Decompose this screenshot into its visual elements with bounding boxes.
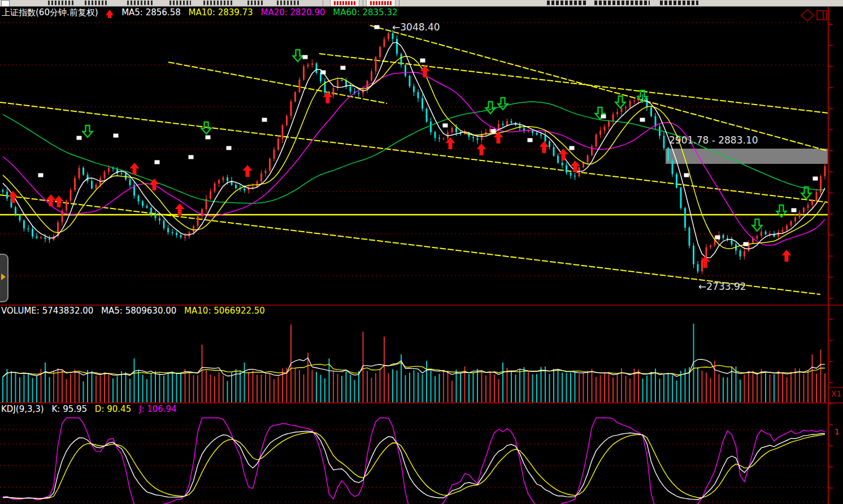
volume-bar	[303, 375, 305, 403]
volume-bar	[273, 379, 275, 403]
candle-body	[650, 107, 652, 116]
volume-bar	[134, 358, 135, 403]
volume-bar	[388, 373, 389, 403]
buy-signal-arrow-icon	[477, 144, 486, 155]
candle-body	[540, 134, 542, 136]
volume-bar	[206, 371, 207, 403]
sell-signal-arrow-icon	[293, 50, 303, 62]
volume-bar	[770, 375, 771, 403]
volume-bar	[350, 375, 351, 403]
pivot-square-marker	[528, 138, 533, 142]
volume-bar	[100, 376, 101, 403]
volume-bar	[117, 376, 118, 403]
volume-bar	[53, 371, 54, 403]
candle-body	[740, 250, 741, 256]
volume-bar	[803, 374, 805, 403]
candle-body	[608, 121, 610, 127]
volume-bar	[307, 353, 308, 403]
candle-body	[311, 63, 313, 64]
candle-body	[511, 121, 512, 123]
pivot-square-marker	[321, 71, 326, 75]
volume-bar	[62, 370, 63, 403]
candle-body	[235, 185, 237, 188]
candle-body	[260, 173, 262, 182]
volume-bar	[617, 374, 618, 403]
volume-bar	[566, 373, 567, 403]
volume-bar	[744, 375, 745, 403]
candle-body	[316, 63, 318, 73]
candle-body	[693, 246, 694, 264]
candle-body	[502, 124, 504, 125]
candle-body	[566, 166, 567, 173]
candle-body	[587, 155, 589, 162]
volume-bar	[24, 375, 25, 403]
buy-signal-arrow-icon	[559, 149, 568, 160]
candle-body	[40, 237, 42, 238]
pivot-square-marker	[491, 129, 496, 133]
volume-bar	[320, 375, 321, 403]
volume-bar	[456, 370, 457, 403]
candle-body	[396, 39, 398, 54]
pivot-square-marker	[715, 236, 720, 240]
candle-body	[375, 57, 377, 71]
diamond-icon[interactable]	[801, 10, 814, 21]
candle-body	[121, 173, 123, 175]
volume-bar	[70, 374, 71, 403]
volume-bar	[28, 373, 29, 403]
candle-body	[282, 125, 284, 139]
sell-signal-arrow-icon	[498, 98, 508, 110]
candle-body	[672, 161, 673, 174]
volume-bar	[672, 375, 673, 403]
volume-bar	[185, 369, 186, 403]
volume-bar	[570, 372, 571, 403]
volume-bar	[422, 374, 423, 403]
kdj-j-line	[3, 418, 825, 504]
chart-canvas[interactable]	[0, 0, 843, 504]
candle-body	[498, 124, 499, 128]
volume-bar	[104, 372, 105, 403]
volume-bar	[380, 368, 381, 403]
volume-bar	[790, 372, 792, 403]
volume-bar	[778, 371, 779, 403]
volume-bar	[434, 376, 436, 403]
candle-body	[82, 168, 84, 175]
volume-bar	[227, 381, 228, 403]
sidebar-flyout-handle[interactable]	[0, 254, 8, 302]
volume-bar	[710, 378, 711, 403]
pivot-square-marker	[155, 160, 160, 164]
ma20-value: MA20: 2820.90	[260, 7, 325, 18]
kdj-j-value: J: 106.94	[139, 404, 177, 414]
candle-body	[379, 47, 381, 57]
volume-bar	[265, 374, 266, 403]
volume-bar	[426, 361, 427, 403]
candle-body	[701, 260, 703, 271]
pivot-square-marker	[206, 136, 211, 140]
candle-body	[392, 33, 394, 39]
sell-signal-arrow-icon	[753, 219, 762, 231]
volume-bar	[439, 374, 440, 403]
candle-body	[28, 228, 29, 229]
price-panel-header: 上证指数(60分钟.前复权) MA5: 2856.58 MA10: 2839.7…	[2, 7, 403, 18]
candle-body	[218, 180, 220, 184]
volume-bar	[397, 370, 398, 403]
candle-body	[824, 166, 826, 176]
volume-bar	[214, 377, 215, 403]
volume-bar	[824, 373, 825, 403]
candle-body	[95, 185, 97, 189]
kdj-title: KDJ(9,3,3)	[1, 404, 44, 414]
candle-body	[66, 201, 67, 210]
volume-bar	[87, 370, 88, 403]
candle-body	[443, 138, 445, 140]
ma10-value: MA10: 2839.73	[189, 7, 253, 18]
candle-body	[223, 177, 224, 180]
candle-body	[438, 138, 440, 139]
candle-body	[303, 66, 305, 79]
split-panes-icon[interactable]	[817, 11, 827, 20]
pivot-square-marker	[601, 115, 606, 119]
volume-bar	[431, 371, 432, 403]
volume-bar	[414, 370, 415, 403]
candle-body	[294, 92, 296, 102]
candle-body	[553, 147, 555, 155]
volume-bar	[142, 375, 144, 403]
trendline	[319, 54, 828, 113]
